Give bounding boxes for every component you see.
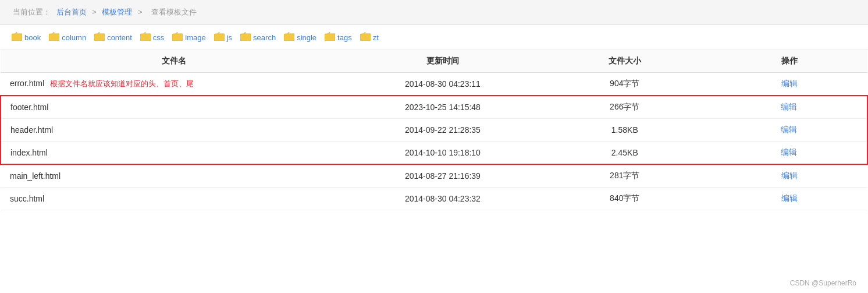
folder-icon bbox=[172, 32, 183, 43]
cell-update-time: 2014-08-27 21:16:39 bbox=[347, 164, 538, 188]
table-row: main_left.html2014-08-27 21:16:39281字节编辑 bbox=[1, 164, 867, 188]
folder-item-tags[interactable]: tags bbox=[322, 31, 354, 44]
folder-item-zt[interactable]: zt bbox=[358, 31, 381, 44]
edit-button[interactable]: 编辑 bbox=[781, 171, 798, 180]
folder-item-single[interactable]: single bbox=[282, 31, 319, 44]
edit-button[interactable]: 编辑 bbox=[781, 125, 797, 134]
annotation-text: 根据文件名就应该知道对应的头、首页、尾 bbox=[50, 79, 194, 88]
cell-update-time: 2014-10-10 19:18:10 bbox=[347, 142, 538, 165]
folder-name: search bbox=[253, 33, 276, 42]
cell-filesize: 281字节 bbox=[538, 164, 712, 188]
cell-filename: footer.html bbox=[1, 96, 347, 119]
cell-action: 编辑 bbox=[712, 119, 867, 142]
cell-action: 编辑 bbox=[712, 164, 867, 188]
cell-update-time: 2014-08-30 04:23:32 bbox=[347, 188, 538, 210]
breadcrumb-prefix: 当前位置： bbox=[13, 8, 51, 16]
table-header-row: 文件名 更新时间 文件大小 操作 bbox=[1, 50, 867, 73]
edit-button[interactable]: 编辑 bbox=[781, 193, 798, 203]
folder-item-search[interactable]: search bbox=[238, 31, 278, 44]
folder-name: content bbox=[107, 33, 132, 42]
folder-item-css[interactable]: css bbox=[138, 31, 167, 44]
folder-name: css bbox=[153, 33, 165, 42]
filename-text: index.html bbox=[10, 148, 48, 157]
folder-name: single bbox=[297, 33, 316, 42]
folder-item-book[interactable]: book bbox=[9, 31, 43, 44]
breadcrumb-sep2: > bbox=[138, 8, 144, 16]
cell-filesize: 266字节 bbox=[538, 96, 712, 119]
filename-text: footer.html bbox=[10, 103, 48, 112]
folder-icon bbox=[240, 32, 251, 43]
edit-button[interactable]: 编辑 bbox=[781, 102, 797, 111]
breadcrumb-sep1: > bbox=[92, 8, 98, 16]
cell-filesize: 840字节 bbox=[538, 188, 712, 210]
table-row: footer.html2023-10-25 14:15:48266字节编辑 bbox=[1, 96, 867, 119]
file-table-wrapper: 文件名 更新时间 文件大小 操作 error.html根据文件名就应该知道对应的… bbox=[0, 50, 868, 210]
filename-text: error.html bbox=[10, 79, 44, 88]
folder-icon bbox=[284, 32, 294, 43]
folder-bar: book column content bbox=[0, 25, 868, 50]
cell-filename: error.html根据文件名就应该知道对应的头、首页、尾 bbox=[1, 73, 347, 96]
folder-icon bbox=[360, 32, 371, 43]
cell-filename: header.html bbox=[1, 119, 347, 142]
cell-filesize: 904字节 bbox=[538, 73, 712, 96]
folder-name: book bbox=[24, 33, 41, 42]
cell-filename: succ.html bbox=[1, 188, 347, 210]
col-update-time: 更新时间 bbox=[347, 50, 538, 73]
file-table: 文件名 更新时间 文件大小 操作 error.html根据文件名就应该知道对应的… bbox=[0, 50, 868, 210]
folder-item-js[interactable]: js bbox=[212, 31, 234, 44]
filename-text: succ.html bbox=[10, 194, 44, 203]
cell-action: 编辑 bbox=[712, 188, 867, 210]
folder-name: column bbox=[62, 33, 86, 42]
cell-action: 编辑 bbox=[712, 142, 867, 165]
folder-name: tags bbox=[337, 33, 352, 42]
col-filename: 文件名 bbox=[1, 50, 347, 73]
cell-filesize: 1.58KB bbox=[538, 119, 712, 142]
breadcrumb-bar: 当前位置： 后台首页 > 模板管理 > 查看模板文件 bbox=[0, 0, 868, 25]
table-row: succ.html2014-08-30 04:23:32840字节编辑 bbox=[1, 188, 867, 210]
folder-icon bbox=[12, 32, 22, 43]
col-action: 操作 bbox=[712, 50, 867, 73]
cell-filename: main_left.html bbox=[1, 164, 347, 188]
cell-update-time: 2014-09-22 21:28:35 bbox=[347, 119, 538, 142]
folder-item-content[interactable]: content bbox=[92, 31, 134, 44]
folder-name: image bbox=[185, 33, 205, 42]
cell-update-time: 2014-08-30 04:23:11 bbox=[347, 73, 538, 96]
folder-item-column[interactable]: column bbox=[47, 31, 88, 44]
table-row: error.html根据文件名就应该知道对应的头、首页、尾2014-08-30 … bbox=[1, 73, 867, 96]
filename-text: main_left.html bbox=[10, 171, 61, 181]
cell-filename: index.html bbox=[1, 142, 347, 165]
folder-icon bbox=[325, 32, 335, 43]
folder-name: zt bbox=[373, 33, 379, 42]
cell-update-time: 2023-10-25 14:15:48 bbox=[347, 96, 538, 119]
folder-name: js bbox=[227, 33, 232, 42]
table-row: index.html2014-10-10 19:18:102.45KB编辑 bbox=[1, 142, 867, 165]
edit-button[interactable]: 编辑 bbox=[781, 79, 798, 88]
breadcrumb-template[interactable]: 模板管理 bbox=[102, 8, 132, 16]
folder-icon bbox=[140, 32, 151, 43]
table-row: header.html2014-09-22 21:28:351.58KB编辑 bbox=[1, 119, 867, 142]
filename-text: header.html bbox=[10, 125, 53, 135]
folder-item-image[interactable]: image bbox=[170, 31, 208, 44]
folder-icon bbox=[214, 32, 225, 43]
folder-icon bbox=[94, 32, 105, 43]
col-filesize: 文件大小 bbox=[538, 50, 712, 73]
folder-icon bbox=[49, 32, 59, 43]
breadcrumb-current: 查看模板文件 bbox=[151, 8, 197, 16]
cell-action: 编辑 bbox=[712, 73, 867, 96]
breadcrumb-home[interactable]: 后台首页 bbox=[56, 8, 87, 16]
cell-filesize: 2.45KB bbox=[538, 142, 712, 165]
cell-action: 编辑 bbox=[712, 96, 867, 119]
edit-button[interactable]: 编辑 bbox=[781, 147, 797, 157]
